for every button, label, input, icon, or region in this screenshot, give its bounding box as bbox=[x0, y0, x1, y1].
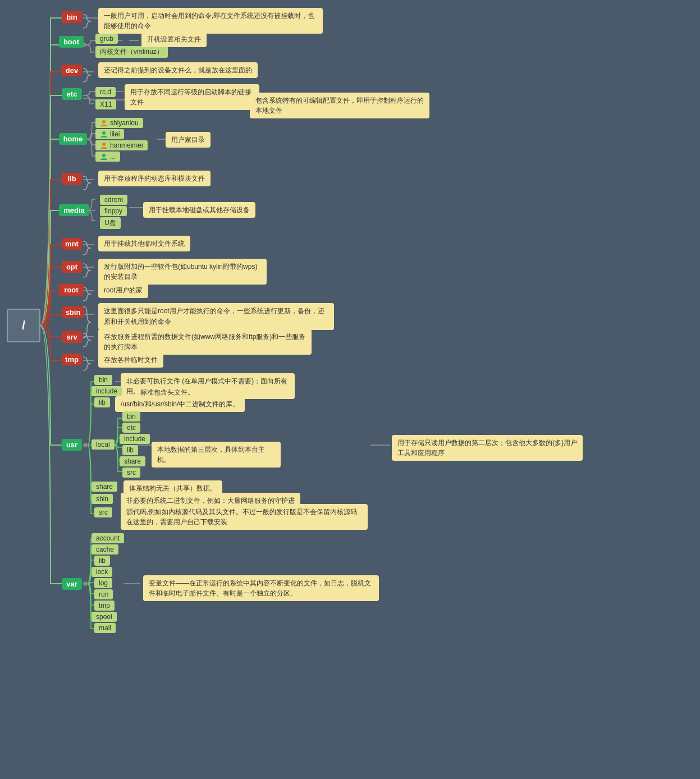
desc-dev: 还记得之前提到的设备文件么，就是放在这里面的 bbox=[98, 62, 258, 78]
local-child-src: src bbox=[122, 468, 140, 478]
svg-point-6 bbox=[102, 120, 106, 123]
node-media: media bbox=[59, 204, 89, 216]
child-grub: grub bbox=[95, 34, 118, 44]
var-child-tmp: tmp bbox=[94, 601, 115, 611]
desc-tmp: 存放各种临时文件 bbox=[98, 352, 163, 368]
usr-child-src: src bbox=[94, 507, 112, 517]
child-dots: ... bbox=[95, 152, 120, 162]
node-lib: lib bbox=[62, 173, 82, 185]
node-tmp: tmp bbox=[62, 354, 82, 365]
node-usr: usr bbox=[62, 439, 82, 451]
node-dev: dev bbox=[62, 65, 82, 76]
local-child-bin: bin bbox=[122, 411, 140, 421]
child-lilei: lilei bbox=[95, 129, 124, 140]
label-lilei: lilei bbox=[110, 130, 120, 138]
local-child-share: share bbox=[120, 456, 145, 466]
local-child-lib: lib bbox=[122, 445, 138, 455]
var-child-cache: cache bbox=[91, 544, 118, 555]
desc-home: 用户家目录 bbox=[166, 132, 211, 148]
child-x11: X11 bbox=[95, 99, 116, 109]
desc-usr-big: 用于存储只读用户数据的第二层次；包含他大多数的(多)用户工具和应用程序 bbox=[392, 435, 583, 461]
desc-mnt: 用于挂载其他临时文件系统 bbox=[98, 236, 190, 251]
child-hanmeimei: hanmeimei bbox=[95, 140, 148, 151]
desc-bin: 一般用户可用，启动时会用到的命令,即在文件系统还没有被挂载时，也能够使用的命令 bbox=[98, 8, 323, 34]
var-child-mail: mail bbox=[94, 623, 116, 633]
child-rcd: rc.d bbox=[95, 87, 116, 97]
svg-point-7 bbox=[102, 131, 106, 135]
usr-child-include: include bbox=[91, 386, 122, 396]
var-child-lib: lib bbox=[94, 556, 110, 566]
child-vmlinuz: 内核文件（vmlinuz） bbox=[95, 46, 168, 58]
child-shiyanlou: shiyanlou bbox=[95, 118, 143, 129]
usr-child-share: share bbox=[91, 482, 117, 492]
node-root: root bbox=[59, 284, 84, 296]
desc-etc-big: 包含系统特有的可编辑配置文件，即用于控制程序运行的本地文件 bbox=[250, 93, 429, 118]
local-child-etc: etc bbox=[122, 423, 140, 433]
desc-srv: 存放服务进程所需的数据文件(如www网络服务和ftp服务)和一些服务的执行脚本 bbox=[98, 329, 312, 355]
desc-rcd: 用于存放不同运行等级的启动脚本的链接文件 bbox=[125, 84, 259, 110]
desc-lib: 用于存放程序的动态库和模块文件 bbox=[98, 171, 211, 186]
desc-media: 用于挂载本地磁盘或其他存储设备 bbox=[143, 202, 255, 218]
desc-usr-local: 本地数据的第三层次，具体到本台主机。 bbox=[152, 442, 281, 468]
node-etc: etc bbox=[62, 88, 82, 100]
desc-usr-src: 源代码,例如如内核源代码及其头文件。不过一般的发行版是不会保留内核源码在这里的，… bbox=[121, 504, 368, 530]
desc-boot: 开机设置相关文件 bbox=[141, 31, 207, 47]
var-child-spool: spool bbox=[91, 612, 117, 622]
desc-root: root用户的家 bbox=[98, 282, 148, 298]
node-sbin: sbin bbox=[62, 306, 84, 318]
label-hanmeimei: hanmeimei bbox=[110, 141, 143, 149]
usr-child-bin: bin bbox=[94, 375, 112, 385]
desc-var: 变量文件——在正常运行的系统中其内容不断变化的文件，如日志，脱机文件和临时电子邮… bbox=[143, 575, 379, 601]
node-mnt: mnt bbox=[62, 238, 82, 250]
svg-point-5 bbox=[83, 581, 88, 586]
root-node: / bbox=[7, 309, 40, 342]
node-opt: opt bbox=[62, 261, 82, 273]
child-cdrom: cdrom bbox=[100, 195, 127, 205]
desc-sbin: 这里面很多只能是root用户才能执行的命令，一些系统进行更新，备份，还原和开关机… bbox=[98, 303, 334, 330]
svg-point-8 bbox=[102, 143, 106, 146]
node-var: var bbox=[62, 578, 82, 590]
usr-child-local: local bbox=[91, 439, 115, 450]
child-floppy: floppy bbox=[100, 206, 127, 216]
usr-child-lib: lib bbox=[94, 397, 110, 407]
desc-usr-lib: /usr/bin/和/usr/sbin/中二进制文件的库。 bbox=[115, 396, 245, 412]
desc-opt: 发行版附加的一些软件包(如ubuntu kylin附带的wps)的安装目录 bbox=[98, 259, 267, 285]
var-child-log: log bbox=[94, 578, 112, 588]
node-boot: boot bbox=[59, 36, 84, 48]
node-bin: bin bbox=[62, 11, 82, 23]
svg-point-9 bbox=[102, 154, 106, 157]
child-udisk: U盘 bbox=[100, 217, 121, 229]
mind-map: / bin 一般用户可用，启动时会用到的命令,即在文件系统还没有被挂载时，也能够… bbox=[0, 0, 700, 779]
var-child-lock: lock bbox=[91, 567, 112, 577]
label-shiyanlou: shiyanlou bbox=[110, 119, 139, 127]
node-srv: srv bbox=[62, 331, 82, 343]
svg-point-3 bbox=[83, 443, 88, 447]
usr-child-sbin: sbin bbox=[91, 494, 113, 504]
var-child-run: run bbox=[94, 589, 113, 599]
node-home: home bbox=[59, 133, 87, 145]
label-dots: ... bbox=[110, 153, 116, 161]
var-child-account: account bbox=[91, 533, 124, 543]
local-child-include: include bbox=[120, 434, 150, 444]
